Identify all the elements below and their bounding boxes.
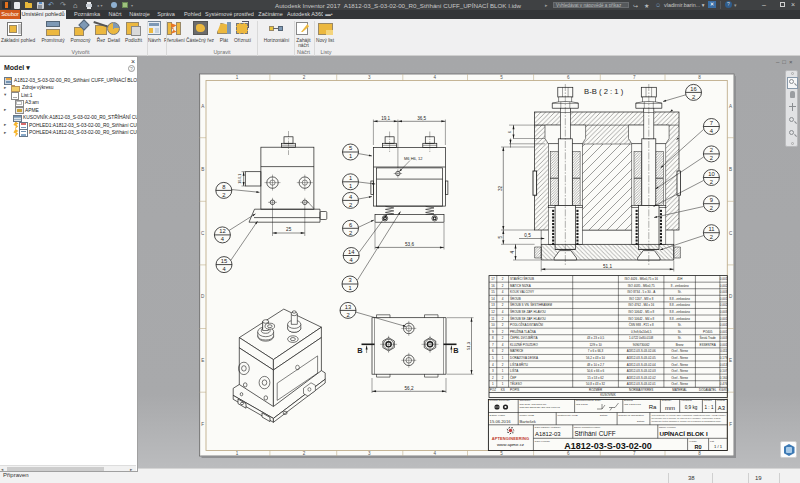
svg-text:14: 14	[348, 249, 355, 255]
svg-text:A1812-03-S-03-02-06: A1812-03-S-03-02-06	[627, 349, 656, 353]
svg-text:Název výrobku: Název výrobku	[659, 426, 676, 429]
svg-text:Hmotnost: Hmotnost	[681, 399, 692, 402]
svg-text:TĚLESO: TĚLESO	[510, 381, 523, 386]
svg-text:16: 16	[690, 86, 696, 92]
svg-text:St.: St.	[678, 336, 682, 340]
svg-text:12/9 x 10: 12/9 x 10	[589, 343, 602, 347]
svg-text:ČEP: ČEP	[510, 375, 516, 380]
svg-text:56,2 x 43 x 10: 56,2 x 43 x 10	[586, 356, 605, 360]
svg-text:0,001: 0,001	[720, 317, 728, 321]
svg-text:1 : 1: 1 : 1	[705, 405, 714, 410]
svg-text:5: 5	[500, 451, 503, 456]
svg-text:Název projektu/výrobku: Název projektu/výrobku	[574, 426, 601, 429]
svg-text:B: B	[453, 346, 458, 355]
svg-text:0,003: 0,003	[720, 310, 728, 314]
svg-text:12: 12	[491, 310, 495, 314]
svg-text:KOLÍK VÁLCOVÝ: KOLÍK VÁLCOVÝ	[510, 290, 534, 294]
svg-text:0,001: 0,001	[720, 297, 728, 301]
svg-text:25: 25	[286, 227, 292, 232]
svg-text:36,5: 36,5	[417, 116, 426, 121]
svg-text:KG/KS: KG/KS	[719, 388, 728, 392]
svg-text:A1812-03-S-03-02-02: A1812-03-S-03-02-02	[627, 376, 656, 380]
svg-text:PODLOŽKA DISTANČNÍ: PODLOŽKA DISTANČNÍ	[510, 322, 543, 327]
svg-text:St.: St.	[678, 323, 682, 327]
svg-text:Datum: Datum	[637, 420, 644, 423]
svg-text:ŠROUB SE ZÁP. HLAVOU: ŠROUB SE ZÁP. HLAVOU	[510, 316, 546, 321]
svg-text:MATRICE: MATRICE	[510, 349, 523, 353]
svg-text:2: 2	[303, 451, 306, 456]
svg-text:předávání třetím osobám je mož: předávání třetím osobám je možné jen s p…	[651, 420, 721, 422]
svg-text:6: 6	[567, 451, 570, 456]
svg-text:Ocel - Nerez: Ocel - Nerez	[671, 356, 688, 360]
svg-text:Použité tolerování: Použité tolerování	[490, 399, 510, 402]
svg-text:51,1: 51,1	[603, 264, 612, 269]
svg-text:ČSN 988 - P21 x 8: ČSN 988 - P21 x 8	[629, 322, 654, 327]
svg-text:ČSN EN 22768-BF, EN ISO 9013-0: ČSN EN 22768-BF, EN ISO 9013-03	[519, 406, 560, 409]
svg-text:Kontroloval/APME: Kontroloval/APME	[557, 414, 578, 417]
svg-text:1: 1	[349, 175, 352, 181]
svg-text:0,179: 0,179	[720, 356, 728, 360]
svg-text:Měřítko: Měřítko	[704, 399, 713, 402]
svg-text:0,013: 0,013	[720, 363, 728, 367]
svg-text:Vydání: Vydání	[689, 440, 697, 443]
svg-text:8: 8	[222, 184, 225, 190]
svg-text:0,9 kg: 0,9 kg	[685, 405, 698, 410]
svg-text:ISO 13715: ISO 13715	[576, 403, 589, 406]
svg-text:2: 2	[349, 230, 352, 236]
svg-text:13: 13	[345, 304, 351, 310]
svg-text:St.: St.	[678, 330, 682, 334]
svg-text:mm: mm	[665, 405, 675, 411]
svg-text:0,001: 0,001	[720, 323, 728, 327]
svg-text:KLUZNÉ POUZDRO: KLUZNÉ POUZDRO	[510, 342, 538, 347]
svg-text:15: 15	[491, 290, 495, 294]
svg-text:Ocel - Nerez: Ocel - Nerez	[671, 363, 688, 367]
svg-text:A3: A3	[718, 405, 725, 411]
svg-text:2: 2	[222, 192, 225, 198]
svg-text:B: B	[201, 167, 204, 172]
svg-text:LIŠTA BŘITU: LIŠTA BŘITU	[510, 362, 528, 367]
svg-text:7: 7	[633, 451, 636, 456]
svg-text:2: 2	[349, 202, 352, 208]
svg-text:ISO 4026 - M6x0,75 x 16: ISO 4026 - M6x0,75 x 16	[624, 277, 658, 281]
svg-text:ISO 4762 - M4 x 16: ISO 4762 - M4 x 16	[628, 303, 654, 307]
svg-text:17: 17	[491, 277, 495, 281]
svg-text:E: E	[201, 358, 204, 363]
svg-text:0,9x9,6x24x6,5: 0,9x9,6x24x6,5	[631, 330, 652, 334]
svg-text:6: 6	[349, 222, 352, 228]
svg-text:2: 2	[710, 147, 713, 153]
svg-text:0,002: 0,002	[720, 284, 728, 288]
svg-text:A1812-03: A1812-03	[535, 431, 561, 437]
svg-text:7 x 6 x 66,3: 7 x 6 x 66,3	[588, 349, 604, 353]
svg-text:Stříhání CUFF: Stříhání CUFF	[575, 430, 616, 437]
svg-text:8: 8	[698, 75, 701, 80]
svg-text:5: 5	[349, 145, 352, 151]
svg-text:B: B	[357, 346, 362, 355]
svg-text:10-0,1: 10-0,1	[238, 174, 242, 184]
svg-text:1: 1	[236, 75, 239, 80]
svg-text:M6 H6, 12: M6 H6, 12	[404, 156, 423, 161]
svg-text:ČEPEL DVOJBŘITÁ: ČEPEL DVOJBŘITÁ	[510, 335, 537, 340]
svg-text:B-B ( 2 : 1 ): B-B ( 2 : 1 )	[584, 87, 624, 96]
svg-text:32: 32	[498, 186, 503, 192]
svg-text:Datum: Datum	[600, 414, 607, 417]
svg-text:B: B	[729, 167, 732, 172]
svg-text:8.8 - zinkováno: 8.8 - zinkováno	[669, 303, 690, 307]
svg-text:53,6: 53,6	[405, 242, 414, 247]
svg-text:Tyto materiály a výkresy jsou: Tyto materiály a výkresy jsou výhradním …	[651, 414, 726, 416]
svg-text:MATICE NÍZKÁ: MATICE NÍZKÁ	[510, 284, 531, 288]
svg-text:Ocel - Nerez: Ocel - Nerez	[671, 376, 688, 380]
svg-text:8 - zinkováno: 8 - zinkováno	[671, 284, 689, 288]
svg-text:Bronz: Bronz	[676, 343, 684, 347]
svg-text:ISO 4035 - M6x0,75: ISO 4035 - M6x0,75	[628, 284, 655, 288]
svg-text:2: 2	[303, 75, 306, 80]
svg-text:PRUŽINA TLAČNÁ: PRUŽINA TLAČNÁ	[510, 329, 536, 334]
svg-text:Jednotky: Jednotky	[662, 399, 673, 402]
svg-text:11: 11	[491, 317, 494, 321]
svg-text:UPÍNACÍ BLOK I: UPÍNACÍ BLOK I	[660, 430, 708, 437]
svg-text:2: 2	[710, 205, 713, 211]
svg-text:8.8 - zinkováno: 8.8 - zinkováno	[669, 317, 690, 321]
svg-text:Číslo výkresu: Číslo výkresu	[535, 440, 551, 443]
svg-text:0,160: 0,160	[720, 376, 728, 380]
svg-text:0,107: 0,107	[720, 369, 728, 373]
svg-text:R0: R0	[694, 444, 701, 450]
